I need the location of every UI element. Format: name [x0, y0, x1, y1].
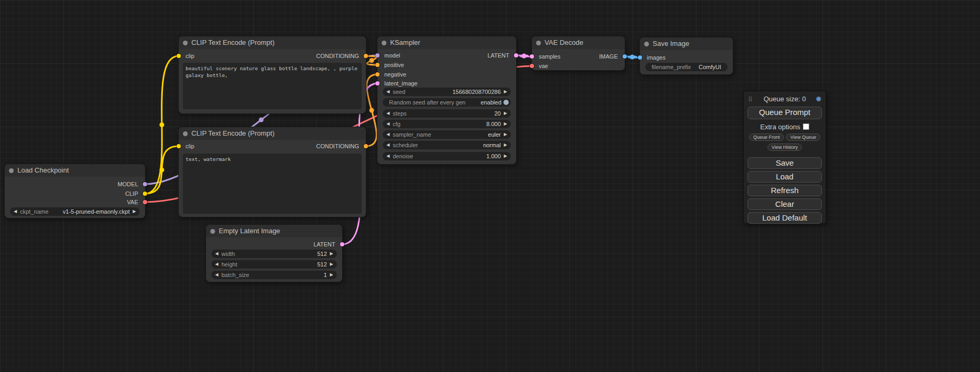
node-title-bar[interactable]: CLIP Text Encode (Prompt): [179, 127, 366, 140]
output-label: IMAGE: [599, 52, 618, 61]
node-vae-decode[interactable]: VAE Decode samples vae IMAGE: [531, 36, 625, 71]
node-load-checkpoint[interactable]: Load Checkpoint MODEL CLIP VAE ◀ ckpt_na…: [4, 164, 145, 218]
widget-label: cfg: [393, 120, 401, 128]
refresh-button[interactable]: Refresh: [748, 185, 822, 196]
output-port-icon[interactable]: [514, 53, 518, 58]
increment-arrow-icon[interactable]: ▶: [330, 250, 333, 258]
output-port-icon[interactable]: [340, 242, 344, 246]
node-title-bar[interactable]: VAE Decode: [532, 36, 625, 49]
widget-label: seed: [393, 88, 405, 96]
collapse-dot-icon[interactable]: [9, 168, 14, 173]
collapse-dot-icon[interactable]: [183, 41, 188, 45]
input-port-icon[interactable]: [638, 55, 642, 60]
ckpt-name-widget[interactable]: ◀ ckpt_name v1-5-pruned-emaonly.ckpt ▶: [10, 207, 140, 216]
view-history-button[interactable]: View History: [768, 144, 802, 151]
collapse-dot-icon[interactable]: [536, 41, 541, 45]
node-clip-text-encode-positive[interactable]: CLIP Text Encode (Prompt) clip CONDITION…: [178, 36, 366, 114]
width-widget[interactable]: ◀ width 512 ▶: [211, 250, 337, 258]
clear-button[interactable]: Clear: [748, 198, 822, 210]
sampler-name-widget[interactable]: ◀ sampler_name euler ▶: [383, 130, 511, 139]
random-seed-toggle-widget[interactable]: Random seed after every gen enabled: [383, 98, 511, 107]
increment-arrow-icon[interactable]: ▶: [504, 141, 507, 149]
output-label: VAE: [127, 198, 138, 206]
decrement-arrow-icon[interactable]: ◀: [386, 120, 390, 128]
load-button[interactable]: Load: [748, 171, 822, 183]
decrement-arrow-icon[interactable]: ◀: [215, 260, 218, 269]
input-port-icon[interactable]: [375, 81, 380, 85]
widget-value: 1.000: [486, 152, 501, 160]
output-port-icon[interactable]: [364, 144, 368, 148]
queue-size-label: Queue size: 0: [748, 94, 822, 104]
node-title: VAE Decode: [545, 36, 583, 49]
decrement-arrow-icon[interactable]: ◀: [386, 130, 390, 139]
link-midpoint-dot[interactable]: [160, 122, 164, 127]
link-midpoint-dot[interactable]: [630, 55, 635, 60]
prompt-textarea[interactable]: text, watermark: [183, 154, 362, 214]
widget-value: 8.000: [486, 120, 501, 128]
view-history-row: View History: [748, 142, 822, 151]
collapse-dot-icon[interactable]: [210, 229, 215, 234]
denoise-widget[interactable]: ◀ denoise 1.000 ▶: [383, 152, 511, 160]
queue-front-button[interactable]: Queue Front: [749, 133, 784, 141]
decrement-arrow-icon[interactable]: ◀: [386, 109, 390, 118]
node-title-bar[interactable]: Load Checkpoint: [5, 164, 145, 177]
output-port-icon[interactable]: [143, 192, 147, 196]
decrement-arrow-icon[interactable]: ◀: [386, 141, 390, 149]
decrement-arrow-icon[interactable]: ◀: [215, 250, 218, 258]
increment-arrow-icon[interactable]: ▶: [133, 207, 136, 216]
node-title-bar[interactable]: CLIP Text Encode (Prompt): [179, 36, 366, 49]
output-slot-model: MODEL: [5, 180, 145, 188]
decrement-arrow-icon[interactable]: ◀: [14, 207, 17, 216]
collapse-dot-icon[interactable]: [382, 41, 386, 45]
node-ksampler[interactable]: KSampler model positive negative latent_…: [377, 36, 517, 165]
queue-prompt-button[interactable]: Queue Prompt: [748, 107, 822, 119]
extra-options-checkbox[interactable]: [803, 123, 809, 130]
output-port-icon[interactable]: [364, 54, 368, 58]
height-widget[interactable]: ◀ height 512 ▶: [211, 260, 337, 269]
prompt-textarea[interactable]: beautiful scenery nature glass bottle la…: [183, 63, 362, 109]
node-title-bar[interactable]: Empty Latent Image: [206, 225, 342, 237]
output-port-icon[interactable]: [143, 200, 147, 204]
node-save-image[interactable]: Save Image images filename_prefix ComfyU…: [639, 37, 733, 75]
save-button[interactable]: Save: [748, 157, 822, 169]
input-port-icon[interactable]: [530, 64, 534, 68]
node-empty-latent-image[interactable]: Empty Latent Image LATENT ◀ width 512 ▶ …: [206, 224, 343, 282]
filename-prefix-widget[interactable]: filename_prefix ComfyUI: [645, 63, 727, 71]
load-default-button[interactable]: Load Default: [748, 212, 822, 224]
link-midpoint-dot[interactable]: [522, 54, 527, 59]
node-graph-canvas[interactable]: Load Checkpoint MODEL CLIP VAE ◀ ckpt_na…: [0, 0, 980, 372]
collapse-dot-icon[interactable]: [183, 131, 188, 136]
toggle-dot-icon[interactable]: [503, 100, 509, 105]
increment-arrow-icon[interactable]: ▶: [330, 260, 333, 269]
view-queue-button[interactable]: View Queue: [786, 133, 820, 141]
output-label: LATENT: [488, 51, 509, 60]
increment-arrow-icon[interactable]: ▶: [504, 120, 507, 128]
increment-arrow-icon[interactable]: ▶: [330, 271, 333, 279]
steps-widget[interactable]: ◀ steps 20 ▶: [383, 109, 511, 118]
link-midpoint-dot[interactable]: [259, 118, 264, 122]
decrement-arrow-icon[interactable]: ◀: [386, 88, 390, 96]
input-port-icon[interactable]: [375, 72, 380, 77]
decrement-arrow-icon[interactable]: ◀: [215, 271, 218, 279]
increment-arrow-icon[interactable]: ▶: [504, 88, 507, 96]
increment-arrow-icon[interactable]: ▶: [504, 109, 507, 118]
node-title-bar[interactable]: Save Image: [640, 37, 733, 50]
output-port-icon[interactable]: [623, 54, 627, 59]
batch-size-widget[interactable]: ◀ batch_size 1 ▶: [211, 271, 337, 279]
seed-widget[interactable]: ◀ seed 156680208700286 ▶: [383, 88, 511, 96]
link-midpoint-dot[interactable]: [370, 58, 374, 63]
settings-gear-icon[interactable]: ✹: [815, 94, 822, 104]
node-title: KSampler: [390, 36, 420, 49]
cfg-widget[interactable]: ◀ cfg 8.000 ▶: [383, 120, 511, 128]
link-midpoint-dot[interactable]: [160, 168, 164, 173]
scheduler-widget[interactable]: ◀ scheduler normal ▶: [383, 141, 511, 149]
collapse-dot-icon[interactable]: [644, 42, 649, 46]
increment-arrow-icon[interactable]: ▶: [504, 130, 507, 139]
decrement-arrow-icon[interactable]: ◀: [386, 152, 390, 160]
node-title-bar[interactable]: KSampler: [377, 36, 516, 49]
link-midpoint-dot[interactable]: [370, 108, 374, 113]
output-port-icon[interactable]: [143, 182, 147, 186]
input-port-icon[interactable]: [375, 63, 380, 67]
increment-arrow-icon[interactable]: ▶: [504, 152, 507, 160]
node-clip-text-encode-negative[interactable]: CLIP Text Encode (Prompt) clip CONDITION…: [178, 127, 366, 217]
